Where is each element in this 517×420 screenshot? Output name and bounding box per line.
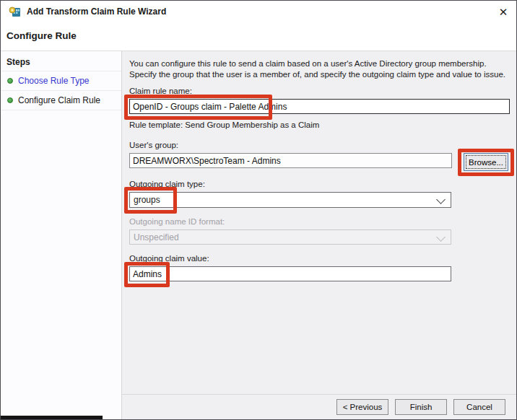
adfs-wizard-icon: [9, 5, 22, 18]
sidebar-item-label: Choose Rule Type: [18, 76, 90, 86]
users-group-input[interactable]: [129, 153, 452, 168]
step-bullet-icon: [7, 78, 13, 84]
outgoing-name-id-format-value: Unspecified: [134, 232, 179, 242]
sidebar-item-configure-claim-rule[interactable]: Configure Claim Rule: [1, 91, 121, 110]
previous-button[interactable]: < Previous: [336, 399, 388, 415]
chevron-down-icon: [436, 232, 446, 242]
outgoing-claim-type-dropdown[interactable]: groups: [129, 192, 451, 208]
sidebar-item-label: Configure Claim Rule: [18, 95, 100, 105]
steps-sidebar: Steps Choose Rule Type Configure Claim R…: [1, 51, 122, 419]
annotation-box-outgoing-claim-value: [124, 262, 170, 287]
close-icon[interactable]: ✕: [495, 4, 512, 21]
rule-description-text: You can configure this rule to send a cl…: [129, 58, 515, 79]
window-title: Add Transform Claim Rule Wizard: [27, 6, 166, 17]
annotation-box-claim-rule-name: [124, 95, 272, 120]
users-group-label: User's group:: [129, 141, 178, 149]
page-title: Configure Rule: [6, 30, 77, 41]
annotation-box-browse-button: [458, 149, 514, 176]
title-bar: Add Transform Claim Rule Wizard ✕: [1, 1, 516, 22]
finish-button[interactable]: Finish: [395, 399, 447, 415]
outgoing-name-id-format-label: Outgoing name ID format:: [129, 217, 225, 226]
steps-header: Steps: [1, 51, 121, 71]
sidebar-item-choose-rule-type[interactable]: Choose Rule Type: [1, 71, 121, 91]
background-window-edge: [1, 416, 103, 419]
wizard-footer: < Previous Finish Cancel: [122, 394, 517, 420]
cancel-button[interactable]: Cancel: [453, 399, 505, 415]
step-bullet-icon: [7, 97, 13, 103]
outgoing-name-id-format-dropdown: Unspecified: [129, 229, 451, 245]
add-transform-claim-rule-wizard-window: Add Transform Claim Rule Wizard ✕ Config…: [0, 0, 517, 420]
annotation-box-outgoing-claim-type: [124, 187, 177, 214]
rule-template-text: Rule template: Send Group Membership as …: [129, 121, 319, 129]
outgoing-claim-value-input[interactable]: [129, 266, 451, 281]
chevron-down-icon: [436, 195, 446, 204]
